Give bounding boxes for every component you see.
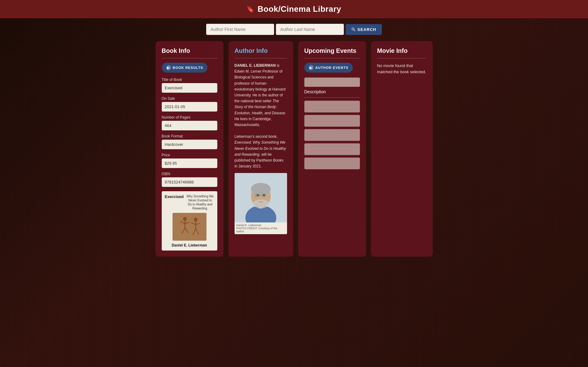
book-field-value-0: Exercised [162,83,217,93]
desc-bar-3 [304,143,360,155]
svg-point-10 [194,217,198,222]
author-bio-p3: He lives in Cambridge, Massachusetts. [235,117,272,127]
book-cover-main-title: Exercised [165,194,184,199]
book-field-label-0: Title of Book [162,78,217,82]
book-field-1: On Sale2021-01-05 [162,96,217,112]
book-info-panel: Book Info ▶ BOOK RESULTS Title of BookEx… [156,41,223,257]
movie-info-panel: Movie Info No movie found that matched t… [371,41,433,257]
description-label: Description [304,89,360,94]
svg-point-22 [256,194,259,196]
desc-divider [304,97,360,98]
author-last-name-input[interactable] [276,24,344,35]
book-icon: 🔖 [247,6,254,13]
app-header: 🔖 Book/Cinema Library [0,0,588,18]
author-events-button[interactable]: ▶ AUTHOR EVENTS [304,63,353,73]
author-photo-svg [235,173,287,222]
desc-bar-4 [304,158,360,169]
author-photo-container: Daniel E. LiebermanPHOTO CREDIT: Courtes… [235,173,287,234]
search-button[interactable]: SEARCH [346,24,382,35]
book-cover-art [173,213,206,241]
book-field-label-5: ISBN [162,172,217,176]
author-bio: DANIEL E. LIEBERMAN is Edwin M. Lerner P… [235,63,287,169]
book-field-3: Book FormatHardcover [162,134,217,149]
description-bars [304,101,360,169]
author-bio-p4: Lieberman's second book, [235,134,278,139]
events-panel: Upcoming Events ▶ AUTHOR EVENTS Descript… [298,41,366,257]
svg-point-20 [251,183,271,195]
book-field-value-5: 9781524746988 [162,177,217,187]
book-results-circle-icon: ▶ [166,65,171,70]
book-cover-subtitle: Why Something We Never Evolved to Do Is … [186,194,214,210]
author-info-panel: Author Info DANIEL E. LIEBERMAN is Edwin… [228,41,293,257]
book-field-label-1: On Sale [162,96,217,101]
author-bio-p2: is Edwin M. Lerner Professor of Biologic… [235,63,286,103]
search-bar: SEARCH [0,18,588,41]
movie-info-divider [377,58,427,58]
book-field-label-3: Book Format [162,134,217,138]
book-info-title: Book Info [162,47,217,54]
search-icon [351,27,356,32]
book-fields: Title of BookExercisedOn Sale2021-01-05N… [162,78,217,187]
book-field-4: Price$29.95 [162,153,217,168]
author-info-divider [235,58,287,58]
book-info-divider [162,58,217,58]
author-name: DANIEL E. LIEBERMAN [235,63,276,68]
book-field-0: Title of BookExercised [162,78,217,93]
movie-no-result: No movie found that matched the book sel… [377,63,427,75]
events-divider [304,58,360,58]
author-photo [235,173,287,222]
book-field-value-3: Hardcover [162,140,217,149]
movie-info-title: Movie Info [377,47,427,54]
book-cover-author: Daniel E. Lieberman [165,243,214,247]
book-field-2: Number of Pages464 [162,115,217,130]
svg-point-23 [263,194,265,196]
event-empty-bar-1 [304,78,360,87]
book-cover-title-area: Exercised Why Something We Never Evolved… [165,194,214,210]
book-field-label-2: Number of Pages [162,115,217,120]
events-title: Upcoming Events [304,47,360,54]
author-photo-caption: Daniel E. LiebermanPHOTO CREDIT: Courtes… [235,222,287,234]
desc-bar-2 [304,129,360,141]
svg-point-4 [183,217,187,221]
author-info-title: Author Info [235,47,287,54]
book-field-value-4: $29.95 [162,158,217,168]
book-field-value-1: 2021-01-05 [162,102,217,112]
author-first-name-input[interactable] [206,24,274,35]
book-cover-container: Exercised Why Something We Never Evolved… [162,191,217,251]
svg-line-1 [354,30,355,31]
book-cover-art-svg [173,213,206,241]
svg-point-21 [253,200,269,208]
svg-rect-3 [173,213,206,241]
desc-bar-0 [304,101,360,112]
desc-bar-1 [304,115,360,127]
author-events-icon: ▶ [309,65,314,70]
book-field-value-2: 464 [162,121,217,130]
svg-point-0 [352,28,354,30]
book-results-button[interactable]: ▶ BOOK RESULTS [162,63,208,73]
book-field-label-4: Price [162,153,217,157]
book-field-5: ISBN9781524746988 [162,172,217,187]
app-title: Book/Cinema Library [257,4,341,14]
main-content: Book Info ▶ BOOK RESULTS Title of BookEx… [0,41,588,266]
author-book2: Exercised: Why Something We Never Evolve… [235,140,286,156]
